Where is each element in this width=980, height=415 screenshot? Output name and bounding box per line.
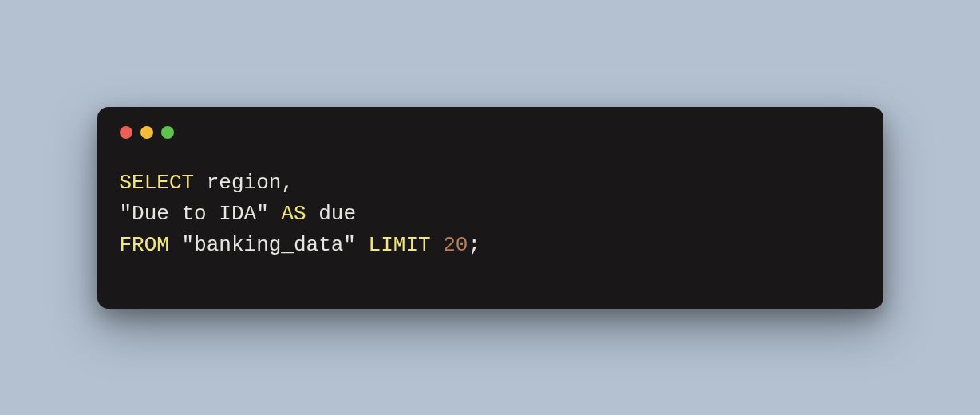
- keyword-from: FROM: [120, 233, 169, 257]
- terminal-window: SELECT region, "Due to IDA" AS due FROM …: [97, 107, 883, 309]
- code-line-3: FROM "banking_data" LIMIT 20;: [120, 233, 481, 257]
- string-due: "Due to IDA": [120, 202, 269, 226]
- keyword-limit: LIMIT: [369, 233, 431, 257]
- code-block[interactable]: SELECT region, "Due to IDA" AS due FROM …: [120, 168, 861, 261]
- close-icon[interactable]: [120, 126, 132, 139]
- keyword-as: AS: [281, 202, 306, 226]
- string-table: "banking_data": [182, 233, 356, 257]
- identifier-region: region: [207, 171, 282, 195]
- code-line-2: "Due to IDA" AS due: [120, 202, 356, 226]
- comma: ,: [281, 171, 294, 195]
- semicolon: ;: [468, 233, 480, 257]
- zoom-icon[interactable]: [161, 126, 174, 139]
- keyword-select: SELECT: [120, 171, 195, 195]
- number-limit: 20: [443, 233, 468, 257]
- code-line-1: SELECT region,: [120, 171, 294, 195]
- window-controls: [120, 126, 861, 139]
- alias-due: due: [318, 202, 356, 226]
- minimize-icon[interactable]: [140, 126, 153, 139]
